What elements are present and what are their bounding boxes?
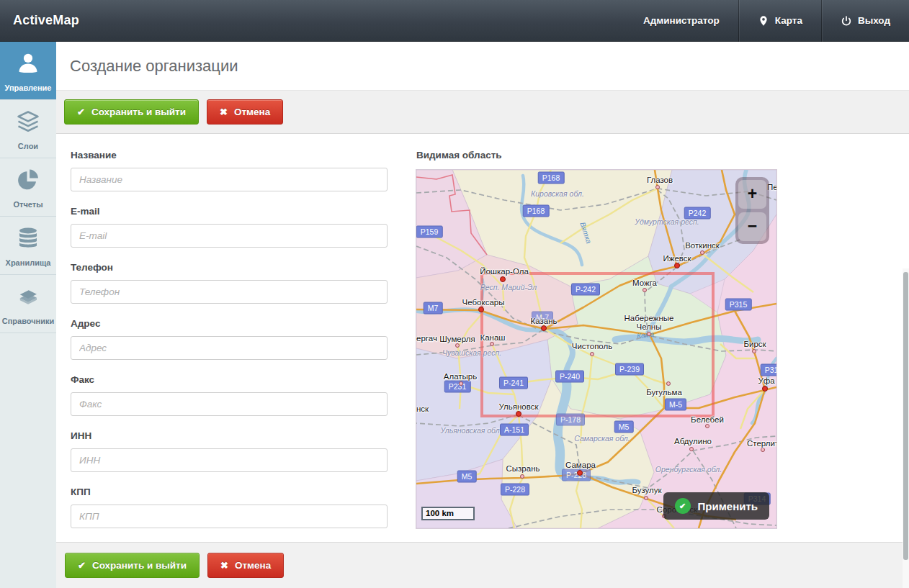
map-city-label: Чистополь [572,342,612,350]
map-city-label: Бузулук [632,486,661,494]
sidebar-item-label: Справочники [1,317,55,325]
map-city-label: Абдулино [674,437,712,445]
map-city-label: Самара [565,461,596,469]
map-city-dot [689,447,694,451]
sidebar-nav: Управление Слои Отчеты Хранилища Справоч… [0,42,56,588]
map-city-dot [761,448,765,452]
field-address: Адрес [71,318,388,360]
sidebar-item-directories[interactable]: Справочники [0,275,56,333]
map-city-label: Сызрань [506,464,540,473]
sidebar-item-label: Управление [1,83,55,92]
save-button-bottom[interactable]: ✔ Сохранить и выйти [65,553,200,578]
sidebar-item-management[interactable]: Управление [0,42,56,100]
user-icon [15,50,41,76]
address-input[interactable] [71,336,388,360]
map-city-label: ергач [416,334,437,343]
map-city-label: Бугульма [646,388,682,397]
fax-input[interactable] [71,392,388,416]
map-city-label: Казань [531,317,558,325]
field-kpp: КПП [71,487,388,528]
map-canvas[interactable]: Кировская обл. Удмуртская респ. Респ. Ма… [416,170,776,528]
save-button-label: Сохранить и выйти [91,107,186,117]
map-city-dot [520,474,524,479]
scrollbar-track[interactable] [903,268,909,588]
map-city-label: Канаш [480,333,505,342]
map-city-dot [705,424,709,428]
scrollbar-thumb[interactable] [903,272,908,560]
map-region-label: Оренбургская обл. [655,465,722,474]
field-address-label: Адрес [71,318,388,330]
field-phone: Телефон [71,262,388,304]
current-user-button[interactable]: Администратор [624,0,738,41]
map-city-dot [642,288,647,292]
sidebar-item-storage[interactable]: Хранилища [0,217,56,275]
check-icon: ✔ [78,561,86,570]
map-road-badge: М5 [457,471,477,483]
map-city-dot [590,352,594,356]
map-city-dot [577,470,583,476]
zoom-in-button[interactable]: + [738,180,766,209]
map-road-badge: Р231 [444,381,471,393]
map-region-label: Самарская обл. [574,434,630,443]
map-road-badge: Р242 [684,207,711,220]
map-city-dot [700,250,704,255]
sidebar-item-reports[interactable]: Отчеты [0,158,56,217]
map-road-badge: Р315 [725,299,752,311]
logout-button[interactable]: Выход [822,0,909,41]
books-icon [15,284,41,309]
map-road-badge: Р-178 [556,414,585,426]
map-zoom-control: + − [735,177,769,244]
app-logo: ActiveMap [13,13,79,28]
map-city-dot [541,325,547,331]
map-road-badge: М7 [424,302,443,315]
location-pin-icon [758,15,769,27]
map-link-label: Карта [775,15,802,26]
layers-icon [15,109,41,135]
map-city-dot [674,263,680,268]
map-city-label: Алатырь [444,372,477,381]
cancel-button[interactable]: ✖ Отмена [207,99,283,125]
map-city-label: Шумерля [439,335,475,343]
map-city-dot [459,381,463,386]
map-city-dot [762,386,768,392]
map-scale-bar: 100 km [421,507,475,520]
map-city-label: Чебоксары [462,298,505,307]
map-city-label: Ижевск [663,254,691,263]
email-input[interactable] [71,224,388,248]
inn-input[interactable] [71,448,388,472]
map-city-dot [455,343,460,348]
apply-button-label: Применить [698,500,758,512]
kpp-input[interactable] [71,505,388,528]
map-road-badge: Р168 [538,172,565,184]
map-city-label: Можга [632,279,657,287]
field-kpp-label: КПП [71,487,388,498]
cancel-button-bottom[interactable]: ✖ Отмена [207,553,284,578]
map-city-dot [666,381,671,386]
map-region-label: Респ. Марий-Эл [480,283,537,291]
map-city-dot [516,411,521,417]
name-input[interactable] [71,168,388,191]
save-button-label: Сохранить и выйти [92,560,187,571]
field-name: Название [71,150,388,191]
map-road-badge: Р159 [416,226,442,238]
map-road-badge: Р-242 [571,284,600,296]
field-inn-label: ИНН [71,430,388,442]
map-city-dot [752,349,756,353]
map-city-label: нск [416,404,429,413]
apply-button[interactable]: ✔ Применить [663,492,769,520]
sidebar-item-layers[interactable]: Слои [0,100,56,158]
map-road-badge: Р-239 [615,363,644,376]
phone-input[interactable] [71,280,388,304]
map-link[interactable]: Карта [739,0,821,41]
header-menu: Администратор Карта Выход [624,0,909,41]
cancel-button-label: Отмена [234,107,270,117]
map-city-label: Белебей [691,415,724,424]
map-road-badge: М-5 [665,399,686,411]
map-road-badge: Р-228 [562,469,591,481]
field-inn: ИНН [71,430,388,472]
visible-area-section: Видимая область [416,150,776,528]
cancel-button-label: Отмена [235,560,271,571]
zoom-out-button[interactable]: − [738,212,766,241]
bottom-toolbar: ✔ Сохранить и выйти ✖ Отмена [56,542,909,588]
save-button[interactable]: ✔ Сохранить и выйти [64,99,199,125]
